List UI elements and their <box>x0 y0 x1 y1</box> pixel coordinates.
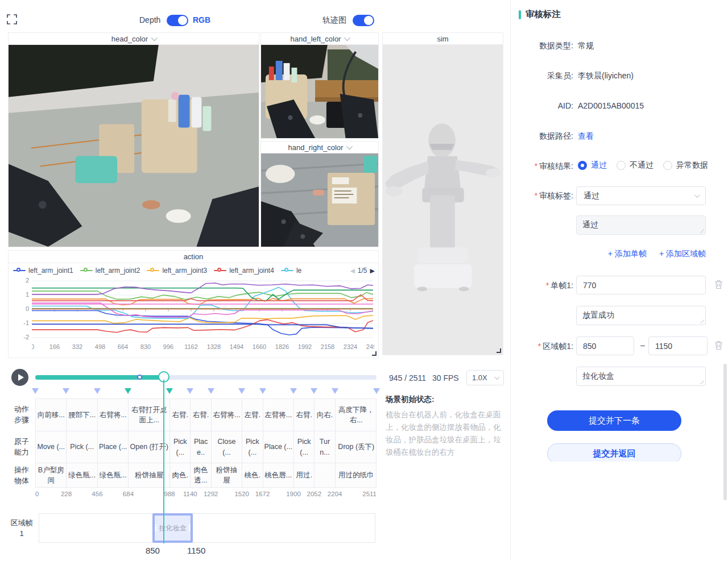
table-cell-step[interactable]: 右臂将... <box>212 399 242 431</box>
depth-rgb-toggle[interactable] <box>167 15 188 26</box>
table-cell-object[interactable]: 桃色. <box>242 463 262 487</box>
resize-grip-icon[interactable] <box>699 318 704 323</box>
trajectory-label: 轨迹图 <box>322 15 346 26</box>
region-start-input[interactable] <box>576 336 634 355</box>
table-cell-ability[interactable]: Close (... <box>212 431 242 463</box>
legend-prev-icon[interactable]: ◀ <box>350 267 354 275</box>
timeline-marker-triangle[interactable] <box>332 388 338 394</box>
resize-grip-icon[interactable] <box>699 228 704 233</box>
table-cell-object[interactable]: 用过. <box>294 463 314 487</box>
table-cell-step[interactable]: 高度下降，右... <box>336 399 377 431</box>
table-cell-ability[interactable]: Pick (... <box>67 431 97 463</box>
table-cell-ability[interactable]: Turn... <box>315 431 334 463</box>
legend-item[interactable]: left_arm_joint2 <box>80 267 140 275</box>
review-result-option[interactable]: 异常数据 <box>663 160 708 171</box>
resize-corner-icon[interactable] <box>372 351 377 356</box>
timeline-marker-triangle[interactable] <box>238 388 245 394</box>
legend-item[interactable]: left_arm_joint4 <box>214 267 274 275</box>
table-cell-object[interactable]: B户型房间 <box>36 463 66 487</box>
timeline-slider[interactable] <box>35 375 377 380</box>
table-cell-ability[interactable]: Place.. <box>191 431 210 463</box>
review-result-option[interactable]: 通过 <box>578 160 607 171</box>
frame-axis-label: 988 <box>164 491 175 497</box>
add-region-frame-link[interactable]: + 添加区域帧 <box>659 249 706 259</box>
sim-viewport[interactable] <box>383 45 503 355</box>
timeline-marker-triangle[interactable] <box>63 388 69 394</box>
table-cell-object[interactable]: 绿色瓶... <box>67 463 97 487</box>
radio-icon[interactable] <box>578 161 587 170</box>
timeline-marker-triangle[interactable] <box>94 388 101 394</box>
table-cell-step[interactable]: 向右. <box>315 399 334 431</box>
scrollbar-thumb[interactable] <box>723 364 727 500</box>
submit-next-button[interactable]: 提交并下一条 <box>547 410 681 431</box>
x-tick-label: 1494 <box>230 343 243 350</box>
delete-single-frame-icon[interactable] <box>714 280 723 289</box>
review-tag-select[interactable]: 通过 <box>576 186 706 205</box>
table-cell-ability[interactable]: Pick (... <box>170 431 190 463</box>
table-cell-object[interactable]: 绿色瓶... <box>98 463 128 487</box>
table-cell-step[interactable]: 右臂. <box>294 399 314 431</box>
x-tick-label: 332 <box>72 343 82 350</box>
region-end-label: 1150 <box>187 546 205 555</box>
speed-select[interactable]: 1.0X <box>466 370 504 385</box>
legend-item[interactable]: left_arm_joint3 <box>147 267 207 275</box>
table-cell-ability[interactable]: Place (... <box>263 431 293 463</box>
timeline-marker-triangle[interactable] <box>290 388 297 394</box>
table-cell-ability[interactable]: Pick (... <box>294 431 314 463</box>
timeline-marker-triangle[interactable] <box>166 388 173 394</box>
submit-back-button[interactable]: 提交并返回 <box>547 443 681 462</box>
data-path-link[interactable]: 查看 <box>578 131 594 142</box>
table-cell-ability[interactable]: Move (... <box>36 431 66 463</box>
review-result-option[interactable]: 不通过 <box>617 160 653 171</box>
region-segment[interactable]: 拉化妆盒 <box>152 513 193 543</box>
single-frame-input[interactable] <box>576 276 706 294</box>
table-cell-step[interactable]: 右臂. <box>170 399 190 431</box>
legend-item[interactable]: left_arm_joint1 <box>13 267 73 275</box>
x-tick-label: 830 <box>140 343 151 350</box>
region-note-textarea[interactable]: 拉化妆盒 <box>576 367 706 386</box>
resize-corner-icon[interactable] <box>497 348 501 353</box>
legend-item[interactable]: le <box>281 267 301 275</box>
timeline-marker-triangle[interactable] <box>208 388 214 394</box>
region-end-input[interactable] <box>648 336 708 355</box>
table-cell-object[interactable]: 用过的纸巾 <box>336 463 377 487</box>
segment-left-handle[interactable] <box>155 525 156 531</box>
table-cell-object[interactable]: 粉饼抽屉 <box>212 463 242 487</box>
timeline-marker-triangle[interactable] <box>125 388 131 394</box>
table-cell-ability[interactable]: Pick (... <box>242 431 262 463</box>
table-cell-object[interactable]: 肉色. <box>170 463 190 487</box>
table-cell-step[interactable]: 左臂. <box>242 399 262 431</box>
region-note-text: 拉化妆盒 <box>582 371 614 380</box>
table-cell-step[interactable]: 左臂将... <box>263 399 293 431</box>
legend-next-icon[interactable]: ▶ <box>370 267 375 275</box>
resize-grip-icon[interactable] <box>699 379 704 384</box>
add-single-frame-link[interactable]: + 添加单帧 <box>608 249 647 259</box>
table-cell-step[interactable]: 腰部下... <box>67 399 97 431</box>
timeline-marker-triangle[interactable] <box>259 388 266 394</box>
timeline-marker-triangle[interactable] <box>187 388 193 394</box>
radio-icon[interactable] <box>663 161 672 170</box>
table-cell-ability[interactable]: Place (... <box>98 431 128 463</box>
trajectory-toggle[interactable] <box>353 15 374 26</box>
head-camera-header[interactable]: head_color <box>9 33 259 45</box>
review-comment-textarea[interactable]: 通过 <box>576 215 706 235</box>
radio-icon[interactable] <box>617 161 626 170</box>
timeline-marker-triangle[interactable] <box>373 388 380 394</box>
hand-right-camera-header[interactable]: hand_right_color <box>261 142 378 153</box>
play-button[interactable] <box>11 369 28 386</box>
timeline-marker-triangle[interactable] <box>32 388 39 394</box>
delete-region-frame-icon[interactable] <box>714 340 723 350</box>
hand-left-camera-header[interactable]: hand_left_color <box>261 33 378 45</box>
table-cell-step[interactable]: 右臂将... <box>98 399 128 431</box>
fullscreen-icon[interactable] <box>7 14 17 24</box>
single-frame-note-textarea[interactable]: 放置成功 <box>576 306 706 325</box>
table-cell-object[interactable] <box>315 463 334 487</box>
segment-right-handle[interactable] <box>189 525 190 531</box>
table-cell-ability[interactable]: Drop (丢下) <box>336 431 377 463</box>
table-cell-step[interactable]: 向前移... <box>36 399 66 431</box>
timeline-marker-triangle[interactable] <box>311 388 317 394</box>
table-cell-object[interactable]: 桃色唇... <box>263 463 293 487</box>
table-cell-step[interactable]: 右臂. <box>191 399 210 431</box>
region-track[interactable]: 拉化妆盒 <box>39 513 375 543</box>
table-cell-object[interactable]: 肉色透... <box>191 463 210 487</box>
